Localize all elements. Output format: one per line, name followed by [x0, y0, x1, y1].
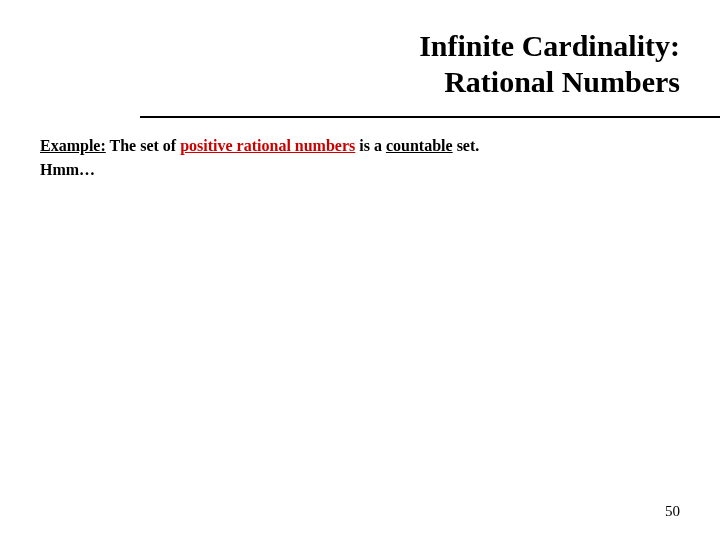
title-line-2: Rational Numbers [0, 64, 680, 100]
text-segment-1: The set of [106, 137, 180, 154]
example-label: Example: [40, 137, 106, 154]
content-area: Example: The set of positive rational nu… [0, 118, 720, 182]
page-number: 50 [665, 503, 680, 520]
hmm-line: Hmm… [40, 158, 680, 182]
text-segment-2: is a [355, 137, 386, 154]
title-line-1: Infinite Cardinality: [0, 28, 680, 64]
emphasis-2: countable [386, 137, 453, 154]
slide-container: Infinite Cardinality: Rational Numbers E… [0, 0, 720, 540]
text-segment-3: set. [453, 137, 480, 154]
emphasis-1: positive rational numbers [180, 137, 355, 154]
slide-title: Infinite Cardinality: Rational Numbers [0, 28, 720, 100]
example-line: Example: The set of positive rational nu… [40, 134, 680, 158]
